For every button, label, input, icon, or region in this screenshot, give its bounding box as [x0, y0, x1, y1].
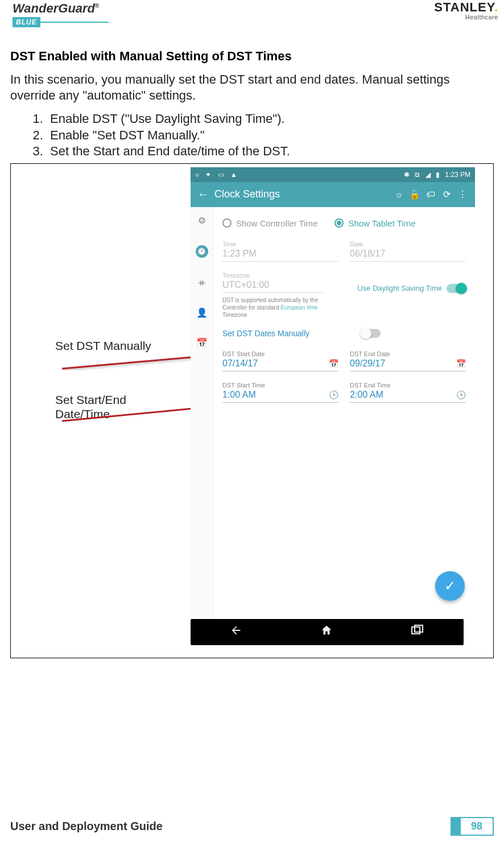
- android-nav-bar: [191, 619, 464, 645]
- timezone-label: Timezone: [222, 272, 325, 279]
- set-dst-manually-row: Set DST Dates Manually: [222, 329, 466, 338]
- back-button[interactable]: ←: [195, 188, 211, 201]
- bluetooth-icon: ⟐: [195, 171, 199, 179]
- content: DST Enabled with Manual Setting of DST T…: [0, 32, 504, 160]
- date-field: Date 06/18/17: [350, 241, 466, 262]
- page-header: WanderGuard® BLUE STANLEY. Healthcare: [0, 0, 504, 32]
- set-dst-manually-label: Set DST Dates Manually: [222, 329, 309, 338]
- status-time: 1:23 PM: [445, 171, 470, 179]
- sync-icon: ✦: [205, 171, 211, 179]
- status-left-icons: ⟐ ✦ ▭ ▲: [195, 171, 242, 179]
- more-icon[interactable]: ⋮: [455, 189, 470, 200]
- dst-start-time-field[interactable]: DST Start Time 1:00 AM🕒: [222, 382, 338, 403]
- date-label: Date: [350, 241, 466, 247]
- nav-home-button[interactable]: [320, 624, 333, 639]
- dst-support-note: DST is supported automatically by the Co…: [222, 296, 325, 319]
- signal-icon: ◢: [425, 171, 431, 179]
- logo-underline: [40, 22, 109, 23]
- phone-mock: ⟐ ✦ ▭ ▲ ✱ ⧉ ◢ ▮ 1:23 PM ← Clock Settings…: [191, 167, 475, 645]
- wanderguard-blue-text: BLUE: [13, 17, 40, 27]
- figure-frame: Set DST Manually Set Start/EndDate/Time …: [10, 163, 494, 658]
- step-3: Set the Start and End date/time of the D…: [47, 143, 494, 160]
- dst-end-time-field[interactable]: DST End Time 2:00 AM🕒: [350, 382, 466, 403]
- svg-rect-4: [412, 627, 420, 634]
- timezone-field: Timezone UTC+01:00: [222, 272, 325, 293]
- nav-recent-button[interactable]: [411, 625, 424, 639]
- tag-icon[interactable]: 🏷: [423, 189, 439, 200]
- use-dst-toggle-row: Use Daylight Saving Time: [336, 284, 466, 293]
- dst-date-row: DST Start Date 07/14/17📅 DST End Date 09…: [222, 350, 466, 372]
- app-bar: ← Clock Settings ☼ 🔒 🏷 ⟳ ⋮: [191, 182, 475, 207]
- european-time-link[interactable]: European time: [280, 304, 317, 311]
- timezone-value: UTC+01:00: [222, 280, 325, 293]
- dst-end-date-label: DST End Date: [350, 350, 466, 357]
- steps-list: Enable DST ("Use Daylight Saving Time").…: [47, 111, 494, 160]
- settings-pane: Show Controller Time Show Tablet Time Ti…: [213, 207, 475, 617]
- wanderguard-logo: WanderGuard®: [13, 1, 99, 16]
- step-2: Enable "Set DST Manually.": [47, 127, 494, 144]
- radio-tablet-time[interactable]: Show Tablet Time: [334, 218, 415, 228]
- time-source-radio-row: Show Controller Time Show Tablet Time: [222, 218, 466, 228]
- phone-body: ⚙ 🕐 ᚑ 👤 📅 Show Controller Time Show Tabl…: [191, 207, 475, 617]
- image-icon: ▭: [218, 171, 224, 179]
- svg-rect-5: [415, 625, 423, 632]
- wanderguard-word: WanderGuard®: [13, 1, 99, 15]
- set-dst-manually-switch[interactable]: [361, 329, 381, 338]
- refresh-icon[interactable]: ⟳: [439, 189, 455, 200]
- dst-end-time-value: 2:00 AM: [350, 390, 383, 400]
- radio-controller-label: Show Controller Time: [236, 218, 317, 228]
- wifi-icon: ⧉: [415, 171, 420, 179]
- lock-icon[interactable]: 🔒: [407, 189, 423, 200]
- timezone-row: Timezone UTC+01:00 Use Daylight Saving T…: [222, 272, 466, 293]
- dst-start-date-label: DST Start Date: [222, 350, 338, 357]
- clock-picker-icon: 🕒: [329, 390, 338, 399]
- person-icon[interactable]: 👤: [196, 307, 208, 318]
- time-label: Time: [222, 241, 338, 247]
- clock-icon[interactable]: 🕐: [196, 245, 208, 258]
- tree-icon[interactable]: ᚑ: [199, 277, 205, 288]
- dst-end-time-label: DST End Time: [350, 382, 466, 389]
- dst-time-row: DST Start Time 1:00 AM🕒 DST End Time 2:0…: [222, 382, 466, 403]
- radio-tablet-label: Show Tablet Time: [348, 218, 415, 228]
- dst-start-time-value: 1:00 AM: [222, 390, 256, 400]
- brightness-icon[interactable]: ☼: [391, 189, 407, 200]
- confirm-fab[interactable]: ✓: [435, 571, 465, 601]
- calendar-picker-icon: 📅: [456, 359, 466, 368]
- date-value: 06/18/17: [350, 249, 466, 262]
- stanley-word: STANLEY.: [434, 0, 498, 15]
- dst-start-time-label: DST Start Time: [222, 382, 338, 389]
- clock-picker-icon: 🕒: [456, 390, 466, 399]
- stanley-logo: STANLEY. Healthcare: [434, 0, 498, 20]
- time-date-row: Time 1:23 PM Date 06/18/17: [222, 241, 466, 262]
- radio-circle-icon: [334, 218, 344, 228]
- radio-controller-time[interactable]: Show Controller Time: [222, 218, 317, 228]
- appbar-title: Clock Settings: [211, 188, 391, 200]
- use-dst-switch[interactable]: [447, 284, 466, 293]
- dst-start-date-field[interactable]: DST Start Date 07/14/17📅: [222, 350, 338, 372]
- calendar-icon[interactable]: 📅: [196, 337, 208, 348]
- radio-circle-icon: [222, 218, 232, 228]
- calendar-picker-icon: 📅: [329, 359, 338, 368]
- step-1: Enable DST ("Use Daylight Saving Time").: [47, 111, 494, 127]
- time-field: Time 1:23 PM: [222, 241, 338, 262]
- battery-icon: ▮: [436, 171, 440, 179]
- side-rail: ⚙ 🕐 ᚑ 👤 📅: [191, 207, 213, 617]
- dst-end-date-value: 09/29/17: [350, 358, 385, 369]
- nav-back-button[interactable]: [230, 624, 242, 639]
- use-dst-label: Use Daylight Saving Time: [357, 284, 442, 292]
- time-value: 1:23 PM: [222, 249, 338, 262]
- dst-start-date-value: 07/14/17: [222, 358, 258, 369]
- bluetooth-icon: ✱: [404, 171, 410, 179]
- intro-paragraph: In this scenario, you manually set the D…: [10, 72, 494, 103]
- section-title: DST Enabled with Manual Setting of DST T…: [10, 49, 494, 64]
- gear-icon[interactable]: ⚙: [198, 215, 206, 226]
- footer-page-number: 98: [451, 817, 494, 836]
- footer-guide-title: User and Deployment Guide: [10, 820, 163, 833]
- page-footer: User and Deployment Guide 98: [10, 817, 494, 836]
- dst-end-date-field[interactable]: DST End Date 09/29/17📅: [350, 350, 466, 372]
- status-right-icons: ✱ ⧉ ◢ ▮ 1:23 PM: [400, 171, 470, 179]
- android-status-bar: ⟐ ✦ ▭ ▲ ✱ ⧉ ◢ ▮ 1:23 PM: [191, 167, 475, 182]
- wanderguard-blue-bar: BLUE: [13, 17, 109, 27]
- warning-icon: ▲: [230, 171, 237, 179]
